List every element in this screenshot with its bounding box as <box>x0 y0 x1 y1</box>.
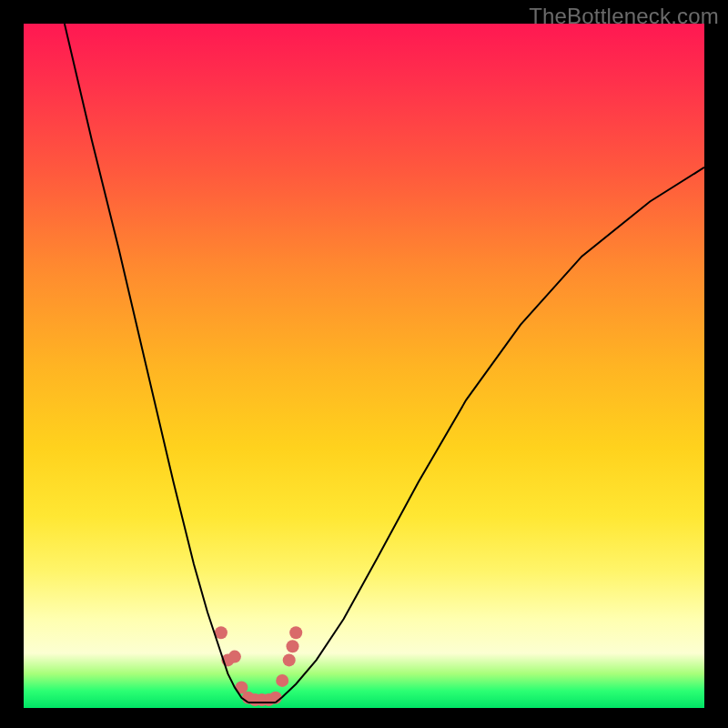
valley-marker <box>283 653 296 666</box>
curve-left <box>65 24 248 703</box>
valley-marker <box>276 674 288 687</box>
valley-markers-group <box>215 626 302 706</box>
chart-frame: TheBottleneck.com <box>0 0 728 728</box>
watermark-text: TheBottleneck.com <box>529 4 719 29</box>
curve-right <box>276 167 704 703</box>
valley-marker <box>287 640 299 652</box>
valley-marker-dash <box>255 694 265 705</box>
valley-marker <box>289 626 302 639</box>
valley-marker <box>228 651 241 663</box>
chart-svg <box>24 24 704 708</box>
